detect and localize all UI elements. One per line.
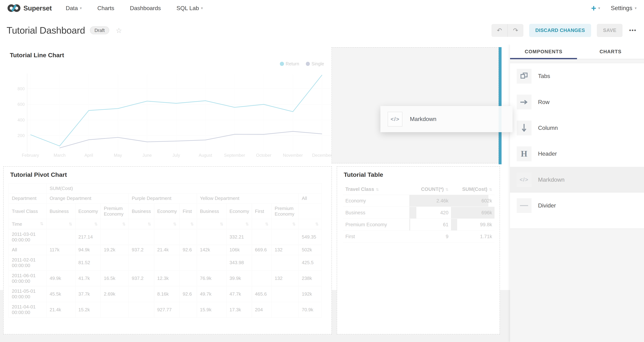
pivot-row: 2011-05-01 00:00:0045.5k37.7k2.69k8.16k9… — [9, 286, 322, 302]
settings-label: Settings — [611, 5, 632, 12]
new-item-button[interactable]: + ▾ — [591, 4, 600, 13]
component-item-tabs[interactable]: Tabs — [510, 63, 644, 89]
nav-item-charts[interactable]: Charts — [97, 5, 114, 12]
legend-dot-icon — [306, 62, 310, 66]
markdown-icon: </> — [388, 112, 402, 126]
component-item-markdown[interactable]: </>Markdown — [510, 167, 644, 193]
grid-row-line-chart[interactable]: Tutorial Line Chart ReturnSingle Februar… — [3, 47, 498, 164]
pivot-row: 2011-02-01 00:00:0081.52343.98425.5 — [9, 255, 322, 271]
line-chart-card[interactable]: Tutorial Line Chart ReturnSingle Februar… — [3, 47, 332, 164]
nav-item-data[interactable]: Data▾ — [66, 5, 82, 12]
component-item-row[interactable]: Row — [510, 89, 644, 115]
header-icon: H — [517, 146, 532, 161]
redo-button[interactable]: ↷ — [507, 24, 524, 37]
favorite-star-icon[interactable]: ☆ — [116, 26, 122, 34]
navbar: Superset Data▾ChartsDashboardsSQL Lab▾ +… — [0, 0, 644, 16]
markdown-icon: </> — [517, 172, 532, 187]
table-row: First91.71k — [343, 230, 494, 242]
dashboard-canvas: Tutorial Line Chart ReturnSingle Februar… — [0, 44, 510, 342]
column-icon — [517, 120, 532, 136]
legend-dot-icon — [280, 62, 284, 66]
table-row: Economy2.46k602k — [343, 195, 494, 207]
dashboard-header: Tutorial Dashboard Draft ☆ ↶ ↷ DISCARD C… — [0, 16, 644, 44]
drop-indicator-bar — [499, 47, 502, 164]
legend-item-return[interactable]: Return — [280, 61, 299, 66]
svg-text:February: February — [22, 153, 39, 158]
undo-button[interactable]: ↶ — [492, 24, 508, 37]
markdown-drag-ghost[interactable]: </> Markdown — [380, 106, 513, 132]
tab-components[interactable]: COMPONENTS — [510, 44, 577, 59]
component-item-divider[interactable]: Divider — [510, 193, 644, 218]
tabs-icon — [517, 69, 532, 84]
pivot-row: 2011-06-01 00:00:0049.9k41.7k16.5k937.21… — [9, 270, 322, 286]
pivot-row: 2011-03-01 00:00:00217.14332.21549.35 — [9, 229, 322, 245]
more-options-button[interactable]: ••• — [628, 27, 637, 34]
infinity-logo-icon — [8, 4, 20, 13]
chart-title: Tutorial Line Chart — [10, 52, 64, 59]
line-chart: FebruaryMarchAprilMayJuneJulyAugustSepte… — [13, 71, 332, 159]
chart-title: Tutorial Table — [344, 171, 383, 178]
page-title: Tutorial Dashboard — [6, 25, 85, 36]
nav-item-dashboards[interactable]: Dashboards — [130, 5, 161, 12]
chevron-down-icon: ▾ — [80, 6, 82, 10]
svg-text:August: August — [198, 153, 212, 158]
save-button[interactable]: SAVE — [597, 24, 622, 37]
svg-text:200: 200 — [17, 133, 24, 138]
svg-text:May: May — [114, 153, 122, 158]
svg-text:March: March — [54, 153, 65, 158]
table-row: Business420696k — [343, 207, 494, 219]
svg-text:April: April — [84, 153, 93, 158]
divider-icon — [517, 198, 532, 213]
svg-text:July: July — [172, 153, 180, 158]
discard-changes-button[interactable]: DISCARD CHANGES — [529, 24, 591, 37]
component-item-header[interactable]: HHeader — [510, 141, 644, 167]
chart-legend: ReturnSingle — [280, 61, 324, 66]
table-chart-card[interactable]: Tutorial Table Travel Class⇅COUNT(*)⇅SUM… — [337, 166, 500, 334]
row-icon — [517, 94, 532, 110]
nav-item-sql-lab[interactable]: SQL Lab▾ — [176, 5, 203, 12]
chevron-down-icon: ▾ — [598, 6, 600, 10]
svg-text:December: December — [312, 153, 332, 158]
sidebar-empty-area — [510, 228, 644, 342]
pivot-row: 2011-04-01 00:00:0021.4k15.2k927.7715.9k… — [9, 302, 322, 318]
drag-ghost-label: Markdown — [410, 116, 436, 122]
svg-text:October: October — [256, 153, 271, 158]
svg-text:400: 400 — [17, 118, 24, 122]
pivot-chart-card[interactable]: Tutorial Pivot Chart SUM(Cost)Department… — [3, 166, 332, 334]
sidebar-tabs: COMPONENTSCHARTS — [510, 44, 644, 59]
brand-name: Superset — [24, 4, 52, 12]
status-badge: Draft — [90, 26, 109, 34]
chevron-down-icon: ▾ — [635, 6, 636, 10]
chart-title: Tutorial Pivot Chart — [10, 171, 67, 178]
svg-text:600: 600 — [17, 102, 24, 107]
superset-logo[interactable]: Superset — [8, 4, 52, 13]
plus-icon: + — [591, 4, 596, 13]
settings-menu[interactable]: Settings ▾ — [611, 5, 636, 12]
legend-item-single[interactable]: Single — [306, 61, 324, 66]
pivot-table: SUM(Cost)DepartmentOrange DepartmentPurp… — [8, 183, 322, 318]
svg-text:November: November — [283, 153, 303, 158]
component-item-column[interactable]: Column — [510, 115, 644, 141]
table-row: Premium Economy6199.8k — [343, 219, 494, 230]
nav-menu: Data▾ChartsDashboardsSQL Lab▾ — [66, 5, 203, 12]
builder-sidebar: COMPONENTSCHARTS TabsRowColumnHHeader</>… — [510, 44, 644, 342]
svg-text:September: September — [224, 153, 245, 158]
undo-redo-group: ↶ ↷ — [492, 24, 524, 37]
svg-text:June: June — [142, 153, 152, 158]
pivot-row: All117k94.9k19.2k937.221.4k92.6142k106k6… — [9, 245, 322, 255]
tab-charts[interactable]: CHARTS — [577, 44, 644, 59]
sidebar-strip — [510, 59, 644, 64]
svg-text:800: 800 — [17, 86, 24, 91]
superset-dashboard-editor: Superset Data▾ChartsDashboardsSQL Lab▾ +… — [0, 0, 644, 342]
component-list: TabsRowColumnHHeader</>MarkdownDivider — [510, 63, 644, 218]
chevron-down-icon: ▾ — [201, 6, 203, 10]
data-table: Travel Class⇅COUNT(*)⇅SUM(Cost)⇅Economy2… — [343, 184, 494, 243]
